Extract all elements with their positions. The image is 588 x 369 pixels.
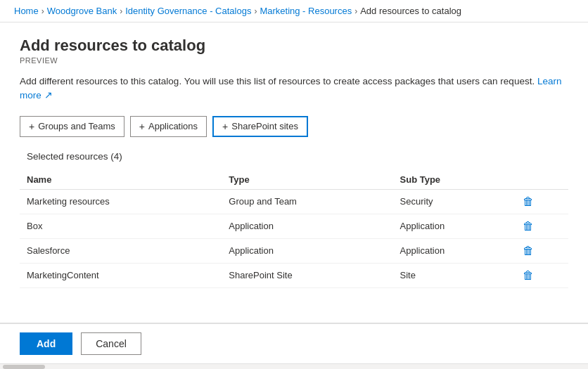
description-text: Add different resources to this catalog.… (20, 75, 568, 103)
groups-and-teams-button[interactable]: + Groups and Teams (20, 116, 124, 137)
cell-type-1: Application (222, 214, 392, 238)
buttons-row: + Groups and Teams + Applications + Shar… (20, 116, 568, 137)
resources-table: Name Type Sub Type Marketing resources G… (20, 170, 568, 288)
cell-name-0: Marketing resources (20, 189, 222, 214)
main-content: Add resources to catalog PREVIEW Add dif… (0, 22, 588, 323)
add-button[interactable]: Add (20, 332, 72, 355)
scrollbar[interactable] (0, 363, 588, 369)
delete-icon-2[interactable]: 🗑 (523, 245, 534, 257)
separator-3: › (254, 6, 257, 16)
separator-4: › (354, 6, 357, 16)
separator-2: › (120, 6, 122, 16)
cell-subtype-0: Security (393, 189, 516, 214)
plus-icon-2: + (139, 121, 145, 132)
cell-delete-2: 🗑 (516, 238, 568, 263)
table-row: MarketingContent SharePoint Site Site 🗑 (20, 263, 568, 287)
delete-icon-1[interactable]: 🗑 (523, 220, 534, 233)
cell-delete-1: 🗑 (516, 214, 568, 238)
breadcrumb-current: Add resources to catalog (360, 6, 461, 16)
col-name: Name (20, 170, 222, 190)
table-row: Salesforce Application Application 🗑 (20, 238, 568, 263)
breadcrumb-identity[interactable]: Identity Governance - Catalogs (125, 6, 251, 16)
col-actions (516, 170, 568, 190)
plus-icon-1: + (29, 121, 34, 132)
breadcrumb-marketing[interactable]: Marketing - Resources (260, 6, 352, 16)
cell-type-0: Group and Team (222, 189, 392, 214)
applications-button[interactable]: + Applications (130, 116, 207, 137)
page-title: Add resources to catalog (20, 37, 568, 55)
cell-type-2: Application (222, 238, 392, 263)
table-row: Marketing resources Group and Team Secur… (20, 189, 568, 214)
cell-name-3: MarketingContent (20, 263, 222, 287)
cell-name-2: Salesforce (20, 238, 222, 263)
cell-subtype-2: Application (393, 238, 516, 263)
breadcrumb: Home › Woodgrove Bank › Identity Governa… (0, 0, 588, 22)
delete-icon-3[interactable]: 🗑 (523, 269, 534, 282)
delete-icon-0[interactable]: 🗑 (523, 195, 534, 208)
cell-subtype-1: Application (393, 214, 516, 238)
cancel-button[interactable]: Cancel (81, 332, 141, 355)
breadcrumb-woodgrove[interactable]: Woodgrove Bank (47, 6, 117, 16)
section-label: Selected resources (4) (20, 151, 568, 162)
sharepoint-sites-button[interactable]: + SharePoint sites (212, 116, 308, 137)
scroll-thumb (3, 365, 45, 369)
col-subtype: Sub Type (393, 170, 516, 190)
cell-name-1: Box (20, 214, 222, 238)
separator-1: › (41, 6, 44, 16)
cell-subtype-3: Site (393, 263, 516, 287)
plus-icon-3: + (222, 121, 228, 132)
col-type: Type (222, 170, 392, 190)
table-row: Box Application Application 🗑 (20, 214, 568, 238)
breadcrumb-home[interactable]: Home (14, 6, 39, 16)
preview-badge: PREVIEW (20, 56, 568, 65)
cell-type-3: SharePoint Site (222, 263, 392, 287)
page-wrapper: Home › Woodgrove Bank › Identity Governa… (0, 0, 588, 369)
cell-delete-0: 🗑 (516, 189, 568, 214)
cell-delete-3: 🗑 (516, 263, 568, 287)
footer: Add Cancel (0, 323, 588, 363)
